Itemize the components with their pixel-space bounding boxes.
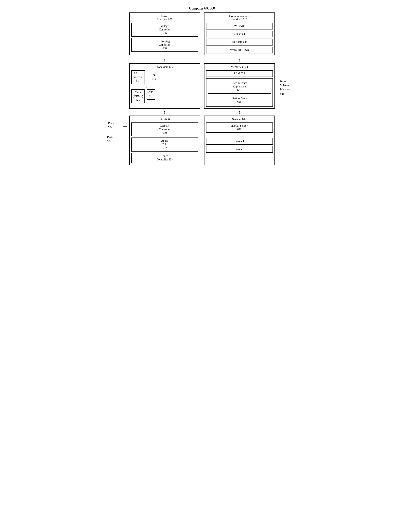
arrow-ios-down: ↕ [129,110,200,115]
communications-title: CommunicationsInterface 610 [206,14,273,21]
arrow-power-down: ↕ [129,57,200,63]
sensorn-box: Sensor n [206,146,273,153]
top-arrows-row: ↕ ↕ [129,57,275,63]
pcb-side-label: PCB504 [108,121,114,130]
gps-box: GPS618 [147,89,155,100]
audio-chip-box: AudioChip632 [131,137,198,152]
middle-arrows-row: ↕ ↕ [129,110,275,115]
proc-mid-arrows: ↓ [131,85,198,89]
charging-controller-box: ChargingController638 [131,38,198,52]
nvm-inner-box: User InterfaceApplication623 Gesture Sto… [206,78,273,107]
sensors-title: Sensors 612 [206,117,273,121]
inertial-sensor-box: Inertial Sensor648 [206,122,273,133]
communications-box: CommunicationsInterface 610 WiFi 640 Cel… [204,13,275,55]
computer-number: 600 [204,6,210,10]
ios-box: I/Os 606 DisplayController630 AudioChip6… [129,115,200,165]
proc-arrow-right: → [146,75,149,79]
voltage-controller-box: VoltageController636 [131,23,198,37]
power-manager-box: PowerManager 608 VoltageController636 Ch… [129,13,200,55]
top-row: PowerManager 608 VoltageController636 Ch… [129,13,275,55]
microprocessor-box: Micro-processor614 [131,70,145,84]
power-manager-title: PowerManager 608 [131,14,198,21]
memories-box: Memories 604 RAM 622 User InterfaceAppli… [204,63,275,109]
memories-title: Memories 604 [206,65,273,69]
dsp-box: DSP616 [150,72,158,82]
processors-title: Processors 602 [131,65,198,69]
cellular-box: Cellular 642 [206,31,273,37]
proc-top-row: Micro-processor614 → DSP616 [131,70,198,84]
pcb-label: PCB504 [107,135,113,143]
touch-controller-box: TouchController 634 [131,153,198,163]
nvm-label: Non-VolatileMemory626 [280,79,290,96]
sensor1-box: Sensor 1 [206,138,273,145]
rfid-box: Passive RFID 646 [206,47,273,53]
arrow-sensors-down: ↕ [204,110,275,115]
sensors-spacer [206,134,273,138]
middle-row: Processors 602 Micro-processor614 → DSP6… [129,63,275,109]
ram-box: RAM 622 [206,70,273,77]
ui-app-box: User InterfaceApplication623 [208,80,271,94]
clock-box: Clock(MBMS)620 [131,89,145,103]
sensors-box: Sensors 612 Inertial Sensor648 Sensor 1 … [204,115,275,165]
proc-bottom-row: Clock(MBMS)620 GPS618 [131,89,198,103]
computer-box: Computer 600600 PowerManager 608 Voltage… [127,4,277,167]
arrow-proc-down: ↓ [131,85,162,89]
bottom-row: I/Os 606 DisplayController630 AudioChip6… [129,115,275,165]
processors-box: Processors 602 Micro-processor614 → DSP6… [129,63,200,109]
computer-title: Computer 600600 [129,6,275,11]
display-controller-box: DisplayController630 [131,122,198,136]
bluetooth-box: Bluetooth 644 [206,38,273,45]
arrow-comms-down: ↕ [204,57,275,63]
wifi-box: WiFi 640 [206,23,273,30]
ios-title: I/Os 606 [131,117,198,121]
gesture-store-box: Gesture Store625 [208,95,271,105]
